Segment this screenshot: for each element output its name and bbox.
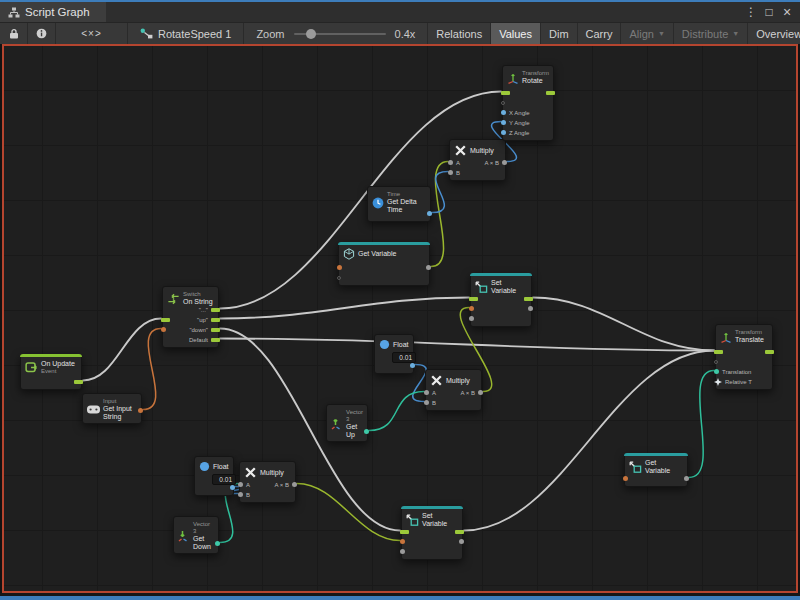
flow-port[interactable] [74,380,83,384]
node-float-bottom[interactable]: Float0.01 [194,456,234,496]
node-multiply-top[interactable]: MultiplyABA × B [449,139,506,181]
switch-icon [167,293,180,305]
tab-script-graph[interactable]: Script Graph [0,2,106,22]
node-vector3-get-down[interactable]: Vector 3Get Down [173,516,219,554]
wire[interactable] [431,162,448,267]
gray-port[interactable] [448,160,453,165]
gray-port[interactable] [528,306,533,311]
wire[interactable] [297,484,400,541]
node-title: Get Input String [103,405,136,421]
code-view-button[interactable]: <×> [56,23,128,44]
flow-port[interactable] [211,328,220,332]
info-button[interactable] [28,23,56,44]
gray-port[interactable] [459,539,464,544]
menu-button[interactable]: ⋮ [742,6,760,18]
output-port-row [455,527,464,536]
gray-port[interactable] [469,316,474,321]
graph-canvas[interactable]: On UpdateEventInputGet Input StringSwitc… [2,44,798,593]
orange-port[interactable] [623,476,628,481]
lock-button[interactable] [0,23,28,44]
blue-port[interactable] [410,363,415,368]
zoom-slider[interactable] [294,33,386,35]
flow-port[interactable] [161,318,170,322]
blue-port[interactable] [427,211,432,216]
gray-port[interactable] [502,160,507,165]
blue-port[interactable] [501,110,506,115]
node-get-variable-br[interactable]: Get Variable [624,453,688,487]
blue-port[interactable] [230,485,235,490]
wire[interactable] [533,298,714,351]
node-get-delta-time[interactable]: TimeGet Delta Time [367,186,431,222]
gray-port[interactable] [424,400,429,405]
toolbar-button-values[interactable]: Values [491,23,541,44]
input-port-row [161,325,166,334]
flow-port[interactable] [765,350,774,354]
flow-port[interactable] [501,91,510,95]
multiply-icon [454,144,467,157]
node-on-update[interactable]: On UpdateEvent [20,354,82,390]
node-translate[interactable]: TransformTranslateTranslationRelative T [715,324,773,390]
vector3-port[interactable] [215,541,220,546]
wire[interactable] [220,339,714,351]
flow-port[interactable] [211,308,220,312]
graph-breadcrumb[interactable]: RotateSpeed 1 [128,23,244,44]
orange-port[interactable] [138,408,143,413]
node-set-variable-mid[interactable]: Set Variable [470,273,532,327]
gray-port[interactable] [684,476,689,481]
wire[interactable] [464,351,714,531]
flow-port[interactable] [400,530,409,534]
flow-port[interactable] [211,318,220,322]
flow-port[interactable] [455,530,464,534]
vector3-port[interactable] [364,429,369,434]
port-label: A [456,160,460,166]
flow-port[interactable] [524,297,533,301]
gray-port[interactable] [400,549,405,554]
wire[interactable] [369,392,424,431]
flow-port[interactable] [211,338,220,342]
gray-port[interactable] [292,482,297,487]
blue-port[interactable] [501,120,506,125]
blue-port[interactable] [501,130,506,135]
output-port-row [765,347,774,356]
node-vector3-get-up[interactable]: Vector 3Get Up [326,404,368,442]
wire[interactable] [432,172,448,213]
orange-port[interactable] [469,306,474,311]
flow-port[interactable] [469,297,478,301]
close-button[interactable]: × [778,6,796,19]
node-switch-on-string[interactable]: SwitchOn String"...""up""down"Default [162,286,219,348]
vector3-port[interactable] [714,369,719,374]
toolbar-button-overview[interactable]: Overview [748,23,800,44]
output-port-row [364,427,369,436]
node-multiply-mid[interactable]: MultiplyABA × B [425,369,482,411]
orange-port[interactable] [161,327,166,332]
gray-port[interactable] [424,390,429,395]
flow-port[interactable] [546,91,555,95]
orange-port[interactable] [400,539,405,544]
toolbar-button-carry[interactable]: Carry [578,23,622,44]
gray-port[interactable] [478,390,483,395]
gray-port[interactable] [238,482,243,487]
gray-port[interactable] [426,265,431,270]
zoom-slider-handle[interactable] [306,29,316,39]
gray-port[interactable] [448,170,453,175]
toolbar-button-align: Align▼ [621,23,673,44]
wire[interactable] [689,371,714,478]
orange-port[interactable] [337,265,342,270]
maximize-button[interactable]: □ [760,6,778,18]
self-port [501,101,505,105]
node-set-variable-bottom[interactable]: Set Variable [401,506,463,560]
port-label: A × B [274,482,289,488]
star-icon[interactable] [714,378,722,386]
toolbar-button-relations[interactable]: Relations [428,23,491,44]
toolbar-button-dim[interactable]: Dim [541,23,578,44]
node-rotate[interactable]: TransformRotateX AngleY AngleZ Angle [502,65,554,141]
toolbar-button-label: Align [629,28,653,40]
node-get-input-string[interactable]: InputGet Input String [82,393,142,424]
wire[interactable] [143,329,161,410]
node-float-mid[interactable]: Float0.01 [374,334,414,374]
node-get-variable-mid[interactable]: Get Variable [338,242,430,286]
gray-port[interactable] [238,492,243,497]
flow-port[interactable] [714,350,723,354]
node-header: InputGet Input String [83,394,141,423]
node-multiply-bottom[interactable]: MultiplyABA × B [239,461,296,503]
